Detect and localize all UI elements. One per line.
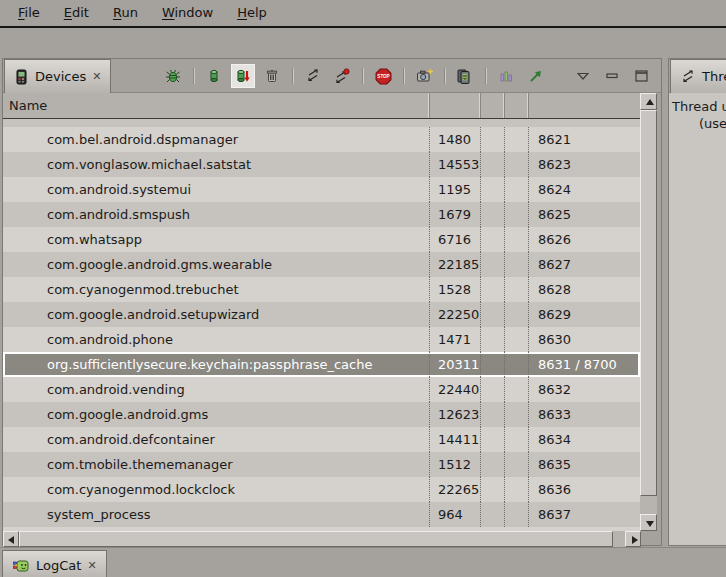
row-aux1-cell	[481, 427, 505, 452]
debug-bug-icon	[165, 68, 181, 84]
row-name-cell: com.tmobile.thememanager	[3, 452, 430, 477]
table-row[interactable]: com.android.defcontainer144118634	[3, 427, 640, 452]
devices-panel: Devices ✕	[2, 58, 662, 546]
tab-threads-label: Threads	[702, 69, 726, 84]
row-pid-cell: 1480	[430, 127, 481, 152]
row-pid-cell: 22185	[430, 252, 481, 277]
row-pid-cell: 1528	[430, 277, 481, 302]
row-aux2-cell	[505, 177, 529, 202]
vertical-scrollbar	[640, 93, 657, 531]
tab-threads[interactable]: Threads	[670, 59, 726, 93]
minimize-button[interactable]	[600, 64, 624, 88]
close-icon[interactable]: ✕	[87, 560, 96, 571]
screen-capture-button[interactable]	[412, 64, 436, 88]
devices-toolbar: STOP	[161, 59, 653, 93]
table-row[interactable]: com.google.android.gms126238633	[3, 402, 640, 427]
cause-gc-button[interactable]	[260, 64, 284, 88]
menu-run[interactable]: Run	[101, 0, 150, 26]
green-arrow-icon	[528, 68, 543, 84]
toolbar-separator	[193, 68, 194, 84]
svg-text:STOP: STOP	[377, 74, 389, 79]
profiling-bars-icon	[499, 68, 513, 84]
vertical-scroll-thumb[interactable]	[640, 110, 657, 496]
row-port-cell: 8628	[529, 277, 640, 302]
threads-content: Thread updates not enabled for selected …	[669, 93, 726, 545]
row-name-cell: com.whatsapp	[3, 227, 430, 252]
update-threads-now-button[interactable]	[330, 64, 354, 88]
method-profiling-button[interactable]	[494, 64, 518, 88]
multi-device-icon	[456, 68, 474, 84]
row-aux1-cell	[481, 152, 505, 177]
stop-process-button[interactable]: STOP	[371, 64, 395, 88]
update-heap-button[interactable]	[202, 64, 226, 88]
tab-logcat[interactable]: LogCat ✕	[2, 550, 107, 577]
column-header-aux2[interactable]	[505, 93, 529, 118]
table-row[interactable]: com.google.android.setupwizard222508629	[3, 302, 640, 327]
dump-hprof-button[interactable]	[231, 64, 255, 88]
column-header-aux1[interactable]	[481, 93, 505, 118]
threads-tab-icon	[680, 69, 696, 85]
table-row[interactable]: com.google.android.gms.wearable221858627	[3, 252, 640, 277]
dump-hprof-icon	[235, 68, 251, 84]
update-threads-button[interactable]	[301, 64, 325, 88]
start-method-profiling-button[interactable]	[523, 64, 547, 88]
table-row[interactable]: com.cyanogenmod.lockclock222658636	[3, 477, 640, 502]
close-icon[interactable]: ✕	[92, 71, 101, 82]
row-aux1-cell	[481, 377, 505, 402]
stop-sign-icon: STOP	[375, 68, 392, 85]
row-name-cell: com.vonglasow.michael.satstat	[3, 152, 430, 177]
device-phone-icon	[14, 69, 29, 85]
row-aux2-cell	[505, 452, 529, 477]
table-row[interactable]: com.vonglasow.michael.satstat145538623	[3, 152, 640, 177]
table-row[interactable]: org.sufficientlysecure.keychain:passphra…	[3, 352, 640, 377]
table-row[interactable]: com.android.smspush16798625	[3, 202, 640, 227]
minimize-icon	[606, 71, 618, 81]
row-aux2-cell	[505, 277, 529, 302]
row-aux2-cell	[505, 352, 529, 377]
row-port-cell: 8629	[529, 302, 640, 327]
column-header-name[interactable]: Name	[3, 93, 430, 118]
row-name-cell: org.sufficientlysecure.keychain:passphra…	[3, 352, 430, 377]
menu-help[interactable]: Help	[225, 0, 279, 26]
menu-edit[interactable]: Edit	[52, 0, 101, 26]
scroll-left-button[interactable]	[3, 531, 19, 547]
capture-multiple-screens-button[interactable]	[453, 64, 477, 88]
table-row[interactable]: com.android.vending224408632	[3, 377, 640, 402]
scroll-up-button[interactable]	[640, 93, 657, 110]
row-pid-cell: 12623	[430, 402, 481, 427]
threads-tab-row: Threads	[669, 59, 726, 93]
row-pid-cell: 1679	[430, 202, 481, 227]
column-header-port[interactable]	[529, 93, 640, 118]
update-threads-now-icon	[334, 68, 350, 84]
table-row[interactable]: system_process9648637	[3, 502, 640, 527]
horizontal-scroll-thumb[interactable]	[19, 531, 613, 547]
maximize-button[interactable]	[629, 64, 653, 88]
row-pid-cell: 1512	[430, 452, 481, 477]
threads-message-line1: Thread updates not enabled for selected …	[672, 99, 726, 114]
scroll-right-button[interactable]	[625, 531, 641, 547]
debug-attach-button[interactable]	[161, 64, 185, 88]
row-aux1-cell	[481, 502, 505, 527]
toolbar-separator	[362, 68, 363, 84]
row-name-cell: com.google.android.gms.wearable	[3, 252, 430, 277]
column-header-pid[interactable]	[430, 93, 481, 118]
table-row[interactable]: com.tmobile.thememanager15128635	[3, 452, 640, 477]
row-name-cell: com.android.smspush	[3, 202, 430, 227]
row-pid-cell: 1195	[430, 177, 481, 202]
menu-file[interactable]: File	[6, 0, 52, 26]
table-row[interactable]: com.android.systemui11958624	[3, 177, 640, 202]
table-row[interactable]: com.whatsapp67168626	[3, 227, 640, 252]
table-row[interactable]: com.cyanogenmod.trebuchet15288628	[3, 277, 640, 302]
table-row[interactable]: com.android.phone14718630	[3, 327, 640, 352]
row-aux2-cell	[505, 152, 529, 177]
row-pid-cell: 14411	[430, 427, 481, 452]
menu-window[interactable]: Window	[150, 0, 225, 26]
tab-devices[interactable]: Devices ✕	[4, 59, 111, 93]
toolbar-separator	[444, 68, 445, 84]
view-menu-button[interactable]	[571, 64, 595, 88]
row-pid-cell: 964	[430, 502, 481, 527]
table-row[interactable]: com.bel.android.dspmanager14808621	[3, 127, 640, 152]
row-pid-cell: 22265	[430, 477, 481, 502]
row-port-cell: 8624	[529, 177, 640, 202]
scroll-down-button[interactable]	[640, 514, 657, 531]
